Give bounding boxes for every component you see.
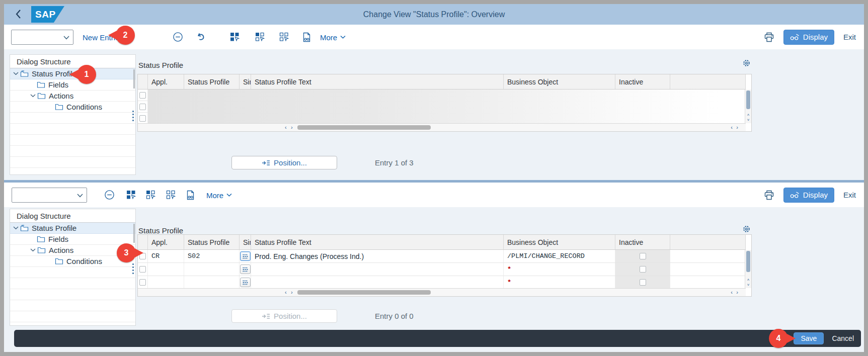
tree-item-fields[interactable]: Fields xyxy=(10,79,135,91)
select-block-icon[interactable] xyxy=(145,190,156,201)
column-header[interactable]: Appl. xyxy=(148,74,184,89)
scroll-down-icon[interactable]: ˅ xyxy=(745,283,751,287)
select-all-icon[interactable] xyxy=(125,190,136,201)
column-header[interactable]: Business Object xyxy=(504,74,615,89)
entry-count: Entry 0 of 0 xyxy=(375,312,414,320)
step-badge-3: 3 xyxy=(117,243,136,262)
save-button[interactable]: Save xyxy=(794,332,824,344)
scroll-down-icon[interactable]: ˅ xyxy=(745,118,751,122)
more-menu[interactable]: More xyxy=(320,33,346,41)
horizontal-scroll-thumb[interactable] xyxy=(297,125,431,130)
column-header[interactable]: Status Profile xyxy=(184,235,240,249)
deselect-all-icon[interactable] xyxy=(278,32,289,43)
position-button-label: Position... xyxy=(274,312,307,320)
select-all-icon[interactable] xyxy=(229,32,240,43)
tree-item-actions[interactable]: Actions xyxy=(10,91,135,102)
chevron-down-icon[interactable] xyxy=(29,248,36,252)
collapse-icon[interactable] xyxy=(172,32,183,43)
command-combobox[interactable] xyxy=(11,30,73,45)
simulation-button[interactable] xyxy=(240,278,251,287)
scroll-up-icon[interactable]: ˄ xyxy=(745,113,751,117)
scroll-left-icon[interactable]: ‹ xyxy=(285,124,287,131)
splitter-grip[interactable] xyxy=(132,111,134,121)
business-object-cell[interactable]: * xyxy=(504,276,615,289)
position-button[interactable]: Position... xyxy=(231,156,337,169)
column-header[interactable]: Status Profile Text xyxy=(251,235,504,249)
exit-button[interactable]: Exit xyxy=(843,191,856,199)
tree-item-conditions[interactable]: Conditions xyxy=(10,102,135,113)
column-header[interactable]: Inactive xyxy=(615,235,670,249)
horizontal-scroll-thumb[interactable] xyxy=(297,290,431,295)
structure-folder-icon xyxy=(20,70,29,77)
appl-cell[interactable] xyxy=(148,276,184,289)
tree-item-conditions[interactable]: Conditions xyxy=(10,256,135,267)
chevron-down-icon[interactable] xyxy=(12,226,19,230)
table-row[interactable]: * xyxy=(138,276,746,289)
vertical-scroll-thumb[interactable] xyxy=(746,91,750,109)
table-row[interactable]: CR S02 Prod. Eng. Changes (Process Ind.)… xyxy=(138,250,746,263)
status-profile-cell[interactable] xyxy=(184,276,240,289)
print-icon[interactable] xyxy=(764,32,774,42)
collapse-icon[interactable] xyxy=(104,190,115,201)
display-object-icon[interactable] xyxy=(301,32,312,43)
scroll-right-icon[interactable]: › xyxy=(736,289,738,296)
cancel-button[interactable]: Cancel xyxy=(832,334,854,342)
row-select-checkbox[interactable] xyxy=(139,92,146,99)
scroll-left-icon[interactable]: ‹ xyxy=(285,289,287,296)
simulation-button[interactable] xyxy=(240,264,251,274)
column-header[interactable]: Sim. xyxy=(240,74,251,89)
appl-cell[interactable]: CR xyxy=(148,250,184,262)
print-icon[interactable] xyxy=(764,190,774,200)
exit-button[interactable]: Exit xyxy=(843,33,856,41)
tree-scrollbar[interactable] xyxy=(133,224,135,243)
business-object-cell[interactable]: * xyxy=(504,263,615,276)
command-combobox[interactable] xyxy=(12,188,87,203)
gear-icon[interactable] xyxy=(743,59,750,69)
tree-item-status-profile[interactable]: Status Profile xyxy=(10,223,135,234)
status-profile-text-cell[interactable] xyxy=(251,263,504,276)
more-menu[interactable]: More xyxy=(206,191,232,199)
status-profile-text-cell[interactable]: Prod. Eng. Changes (Process Ind.) xyxy=(251,250,504,262)
deselect-all-icon[interactable] xyxy=(165,190,176,201)
splitter-grip[interactable] xyxy=(132,263,134,274)
chevron-down-icon[interactable] xyxy=(29,94,36,98)
scroll-left-icon[interactable]: ‹ xyxy=(731,289,733,296)
column-header[interactable]: Status Profile xyxy=(184,74,240,89)
select-block-icon[interactable] xyxy=(254,32,265,43)
row-select-checkbox[interactable] xyxy=(139,115,146,122)
undo-icon[interactable] xyxy=(195,32,206,43)
more-label: More xyxy=(206,191,223,199)
row-select-checkbox[interactable] xyxy=(139,104,146,110)
status-profile-cell[interactable]: S02 xyxy=(184,250,240,262)
display-button[interactable]: Display xyxy=(783,188,834,203)
table-row[interactable]: * xyxy=(138,263,746,276)
scroll-left-icon[interactable]: ‹ xyxy=(731,124,733,131)
column-header[interactable]: Business Object xyxy=(504,235,615,249)
tree-empty-row xyxy=(10,157,135,168)
scroll-right-icon[interactable]: › xyxy=(291,289,293,296)
column-header[interactable]: Inactive xyxy=(615,74,670,89)
tree-item-fields[interactable]: Fields xyxy=(10,234,135,245)
column-header[interactable]: Status Profile Text xyxy=(251,74,504,89)
scroll-up-icon[interactable]: ˄ xyxy=(745,278,751,282)
tree-empty-row xyxy=(10,124,135,135)
scroll-right-icon[interactable]: › xyxy=(291,124,293,131)
row-select-checkbox[interactable] xyxy=(139,279,146,286)
gear-icon[interactable] xyxy=(743,225,750,235)
business-object-cell[interactable]: /PLMI/CHANGE_RECORD xyxy=(504,250,615,262)
chevron-down-icon[interactable] xyxy=(12,72,19,75)
appl-cell[interactable] xyxy=(148,263,184,276)
column-header[interactable]: Sim. xyxy=(240,235,251,249)
column-header[interactable]: Appl. xyxy=(148,235,184,249)
display-object-icon[interactable] xyxy=(185,190,196,201)
tree-scrollbar[interactable] xyxy=(133,69,135,88)
structure-folder-icon xyxy=(20,225,29,231)
simulation-button[interactable] xyxy=(240,251,251,261)
scroll-right-icon[interactable]: › xyxy=(736,124,738,131)
status-profile-text-cell[interactable] xyxy=(251,276,504,289)
vertical-scroll-thumb[interactable] xyxy=(746,251,750,272)
display-button[interactable]: Display xyxy=(783,30,834,45)
row-select-checkbox[interactable] xyxy=(139,266,146,273)
status-profile-cell[interactable] xyxy=(184,263,240,276)
back-icon[interactable] xyxy=(12,8,24,20)
